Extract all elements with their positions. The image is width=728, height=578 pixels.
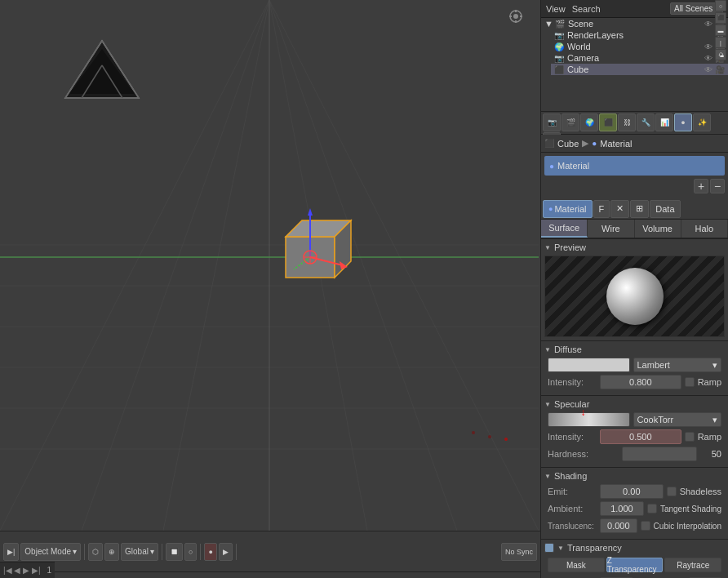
timeline-ruler: 0 20 40 60 80 100 120 140 160 180 200 22… xyxy=(0,572,540,578)
pivot-btn[interactable]: ⊕ xyxy=(104,543,119,561)
tab-volume[interactable]: Volume xyxy=(635,220,681,238)
emit-val: 0.00 xyxy=(623,487,640,496)
viewport-settings-icon[interactable] xyxy=(508,8,524,26)
specular-section: Specular ↓ CookTorr ▾ Intensity: 0.500 xyxy=(541,396,728,468)
tab-halo[interactable]: Halo xyxy=(681,220,728,238)
all-scenes-label: All Scenes xyxy=(674,4,712,13)
renderlayers-label: RenderLayers xyxy=(567,30,624,40)
svg-point-17 xyxy=(504,438,508,441)
prop-data-icon[interactable]: 📊 xyxy=(655,113,673,131)
cubic-checkbox[interactable] xyxy=(641,521,650,531)
trans-tab-raytrace[interactable]: Raytrace xyxy=(664,558,721,572)
prop-material-icon[interactable]: ● xyxy=(674,113,692,131)
prop-modifiers-icon[interactable]: 🔧 xyxy=(637,113,655,131)
material-tab-x[interactable]: ✕ xyxy=(610,200,629,218)
svg-rect-29 xyxy=(509,16,512,17)
timeline[interactable]: 0 20 40 60 80 100 120 140 160 180 200 22… xyxy=(0,571,540,578)
material-tab-material[interactable]: ● Material xyxy=(543,200,593,218)
tab-volume-label: Volume xyxy=(642,224,673,233)
specular-type-dropdown[interactable]: CookTorr ▾ xyxy=(633,412,722,427)
anim-record-btn[interactable]: ● xyxy=(204,543,216,561)
transparency-enable-checkbox[interactable] xyxy=(544,543,554,553)
outliner-item-cube[interactable]: ⬛ Cube 👁 🎥 xyxy=(551,64,728,75)
diffuse-type-dropdown[interactable]: Lambert ▾ xyxy=(633,358,722,372)
frame-counter: |◀ ◀ ▶ ▶| 1 xyxy=(0,562,55,578)
specular-color-swatch[interactable]: ↓ xyxy=(548,412,630,427)
scene-expand-icon: ▼ xyxy=(544,19,553,29)
no-sync-btn[interactable]: No Sync xyxy=(501,543,537,561)
prop-particles-icon[interactable]: ✨ xyxy=(693,113,711,131)
emit-input[interactable]: 0.00 xyxy=(600,484,664,499)
object-mode-btn[interactable]: Object Mode ▾ xyxy=(20,543,81,561)
trans-tab-ztrans[interactable]: Z Transparency xyxy=(606,558,664,572)
diffuse-intensity-input[interactable]: 0.800 xyxy=(600,375,681,389)
view-menu[interactable]: View xyxy=(546,4,566,14)
shadeless-checkbox[interactable] xyxy=(667,487,677,496)
material-name-item[interactable]: ● Material xyxy=(544,156,725,176)
anim-play-btn[interactable]: ▶ xyxy=(219,543,233,561)
proportional-btn[interactable]: ○ xyxy=(184,543,197,561)
prop-constraints-icon[interactable]: ⛓ xyxy=(618,113,636,131)
hardness-val: 50 xyxy=(697,449,721,459)
svg-rect-30 xyxy=(520,16,522,17)
preview-render[interactable] xyxy=(544,256,725,337)
frame-current-label: 1 xyxy=(47,566,52,575)
cubic-label: Cubic Interpolation xyxy=(654,522,721,531)
prop-scene-icon[interactable]: 🎬 xyxy=(562,113,579,131)
specular-ramp-checkbox[interactable] xyxy=(685,432,695,442)
cube-3d-object[interactable] xyxy=(269,204,367,304)
outliner-item-world[interactable]: 🌍 World 👁 🎥 xyxy=(551,41,728,52)
tangent-checkbox[interactable] xyxy=(647,504,657,514)
ambient-input[interactable]: 1.000 xyxy=(600,501,644,516)
outliner-header: View Search All Scenes ▾ xyxy=(541,0,728,18)
frame-counter-label: |◀ ◀ ▶ ▶| xyxy=(3,566,41,575)
material-tab-label: Material xyxy=(554,204,586,214)
tab-wire[interactable]: Wire xyxy=(588,220,634,238)
viewport-draw-type[interactable]: ⬡ xyxy=(88,543,103,561)
cube-icon: ⬛ xyxy=(554,65,564,74)
material-tab-data[interactable]: Data xyxy=(650,200,680,218)
material-tab-f[interactable]: F xyxy=(593,200,610,218)
hardness-slider[interactable] xyxy=(622,447,698,461)
properties-panel[interactable]: ● Material + − ● Material F ✕ ⊞ xyxy=(541,153,728,578)
diffuse-ramp-checkbox[interactable] xyxy=(685,377,695,387)
diffuse-intensity-label: Intensity: xyxy=(548,377,597,387)
material-tab-grid[interactable]: ⊞ xyxy=(630,200,649,218)
prop-object-icon[interactable]: ⬛ xyxy=(599,113,617,131)
preview-header[interactable]: Preview xyxy=(544,242,725,252)
shading-header[interactable]: Shading xyxy=(544,471,725,481)
diffuse-header[interactable]: Diffuse xyxy=(544,345,725,354)
tab-surface[interactable]: Surface xyxy=(541,220,588,238)
specular-intensity-input[interactable]: 0.500 xyxy=(600,429,681,444)
preview-label: Preview xyxy=(554,242,586,252)
transparency-header[interactable]: Transparency xyxy=(557,543,622,553)
outliner-item-renderlayers[interactable]: 📷 RenderLayers 👁 xyxy=(551,29,728,41)
cube-label: Cube xyxy=(567,64,588,74)
world-label: World xyxy=(567,42,591,51)
prop-render-icon[interactable]: 📷 xyxy=(543,113,561,131)
diffuse-ramp-label: Ramp xyxy=(698,377,721,387)
cube-visibility-icons: 👁 🎥 xyxy=(704,65,725,74)
outliner-item-scene[interactable]: ▼ 🎬 Scene 👁 🎥 xyxy=(541,18,728,29)
viewport-3d[interactable]: ↓ ↓ ↙ xyxy=(0,0,540,531)
outliner-item-camera[interactable]: 📷 Camera 👁 🎥 xyxy=(551,52,728,64)
camera-widget xyxy=(49,24,155,132)
outliner-tree[interactable]: ▼ 🎬 Scene 👁 🎥 📷 RenderLayers 👁 🌍 World 👁… xyxy=(541,18,728,112)
material-remove-btn[interactable]: − xyxy=(710,179,725,193)
svg-point-15 xyxy=(472,431,475,434)
trans-tab-mask[interactable]: Mask xyxy=(548,558,605,572)
emit-row: Emit: 0.00 Shadeless xyxy=(544,484,725,499)
prop-world-icon[interactable]: 🌍 xyxy=(580,113,598,131)
translucency-input[interactable]: 0.000 xyxy=(600,518,637,533)
search-menu[interactable]: Search xyxy=(572,4,601,14)
tab-halo-label: Halo xyxy=(695,224,714,233)
view-menu-btn[interactable]: ▶| xyxy=(3,543,19,561)
world-icon: 🌍 xyxy=(554,42,564,51)
global-local-btn[interactable]: Global ▾ xyxy=(121,543,158,561)
specular-header[interactable]: Specular xyxy=(544,399,725,409)
tab-wire-label: Wire xyxy=(601,224,620,233)
material-add-btn[interactable]: + xyxy=(694,179,708,193)
snap-btn[interactable]: 🔲 xyxy=(166,543,183,561)
diffuse-color-swatch[interactable] xyxy=(548,358,630,372)
translucency-label: Translucenc: xyxy=(548,522,597,531)
